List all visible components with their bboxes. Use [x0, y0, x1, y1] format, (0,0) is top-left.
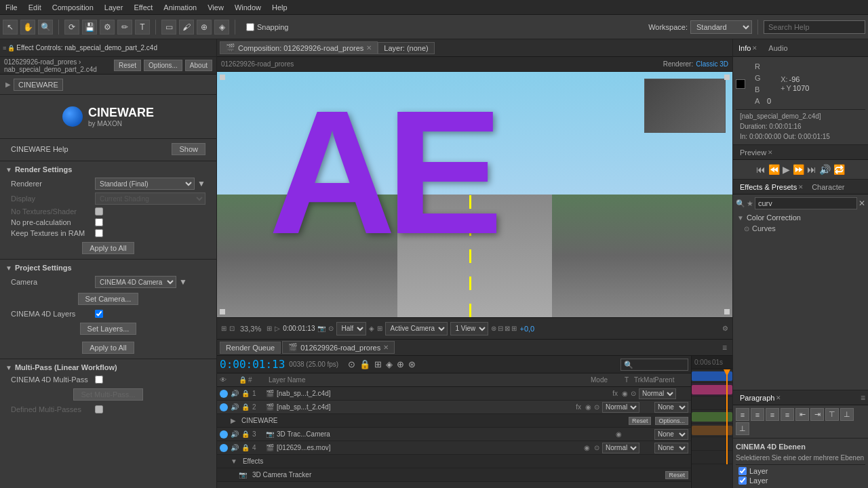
workspace-select[interactable]: Standard — [690, 20, 752, 34]
viewer-grid-icon[interactable]: ⊞ — [221, 325, 226, 332]
c4d-layers-check[interactable] — [95, 310, 103, 318]
rotation-tool[interactable]: ⟳ — [64, 20, 79, 35]
preview-loop-btn[interactable]: 🔁 — [833, 164, 845, 175]
viewer-camera-icon[interactable]: 📷 — [317, 325, 326, 332]
clone-tool[interactable]: ⊕ — [197, 20, 212, 35]
color-correction-triangle[interactable]: ▼ — [737, 214, 744, 222]
indent-left-btn[interactable]: ⇤ — [795, 408, 809, 421]
timeline-menu-icon[interactable]: ≡ — [719, 343, 730, 352]
layer-2-eye[interactable] — [220, 403, 228, 411]
text-tool[interactable]: T — [135, 20, 150, 35]
layer-2-switch2-icon[interactable]: ⊙ — [594, 403, 599, 411]
viewer-render-icon[interactable]: ▷ — [275, 325, 280, 332]
render-btn[interactable]: ⚙ — [100, 20, 115, 35]
effects-search-input[interactable] — [755, 197, 857, 209]
timeline-solo-icon[interactable]: ⊙ — [347, 359, 357, 369]
comp-tab-close[interactable]: ✕ — [366, 44, 372, 52]
effects-clear-btn[interactable]: ✕ — [859, 199, 865, 208]
align-justify-btn[interactable]: ≡ — [781, 408, 794, 421]
timeline-3d-icon[interactable]: ⊛ — [407, 359, 417, 369]
audio-tab[interactable]: Audio — [763, 43, 793, 54]
align-right-btn[interactable]: ≡ — [766, 408, 779, 421]
render-queue-tab[interactable]: Render Queue — [220, 342, 281, 354]
info-tab-close[interactable]: ✕ — [752, 45, 757, 52]
indent-right-btn[interactable]: ⇥ — [810, 408, 824, 421]
brush-tool[interactable]: 🖌 — [179, 20, 194, 35]
curves-item[interactable]: ⊙ Curves — [733, 223, 868, 234]
render-settings-triangle[interactable]: ▼ — [5, 166, 12, 174]
snapping-checkbox[interactable] — [246, 23, 254, 31]
align-left-btn[interactable]: ≡ — [736, 408, 749, 421]
reset-btn[interactable]: Reset — [114, 60, 141, 71]
preview-tab[interactable]: Preview ✕ — [736, 147, 777, 158]
menu-view[interactable]: View — [202, 2, 229, 13]
viewer-mode-icon[interactable]: ◈ — [369, 325, 374, 332]
viewer-region-icon[interactable]: ⊠ — [505, 325, 510, 332]
layer-1-lock-icon[interactable]: 🔒 — [241, 390, 250, 397]
menu-composition[interactable]: Composition — [47, 2, 99, 13]
project-settings-triangle[interactable]: ▼ — [5, 264, 12, 272]
viewer-layout-icon[interactable]: ⊟ — [498, 325, 503, 332]
layer-3-switch1-icon[interactable]: ◉ — [616, 430, 622, 438]
align-vert-bot-btn[interactable]: ⊥ — [736, 422, 749, 435]
hand-tool[interactable]: ✋ — [20, 20, 35, 35]
corner-handle-bl[interactable] — [220, 309, 225, 314]
layer-4-switch1-icon[interactable]: ◉ — [584, 444, 590, 451]
layer-4-mode-select[interactable]: Normal — [602, 443, 639, 453]
multipass-triangle[interactable]: ▼ — [5, 364, 12, 371]
set-layers-btn[interactable]: Set Layers... — [80, 323, 137, 335]
effects-star-icon[interactable]: ★ — [747, 199, 753, 208]
menu-layer[interactable]: Layer — [99, 2, 129, 13]
viewer-snap-icon[interactable]: ⊙ — [328, 325, 334, 332]
magnification-display[interactable]: 33,3% — [237, 323, 264, 334]
cineware-expand-icon[interactable]: ▶ — [231, 417, 236, 424]
align-vert-mid-btn[interactable]: ⊥ — [840, 408, 854, 421]
keep-textures-check[interactable] — [95, 229, 103, 237]
layer-1-switch1-icon[interactable]: ◉ — [622, 390, 628, 397]
preview-last-btn[interactable]: ⏭ — [807, 164, 816, 175]
timeline-switch-icon[interactable]: ⊞ — [373, 359, 383, 369]
preview-prev-btn[interactable]: ⏪ — [768, 164, 780, 175]
viewer-fit-icon[interactable]: ⊞ — [267, 325, 272, 332]
timeline-motion-icon[interactable]: ⊕ — [395, 359, 406, 369]
viewer-view-select[interactable]: 1 View — [450, 322, 488, 336]
timeline-search-input[interactable] — [620, 359, 688, 371]
options-btn[interactable]: Options... — [144, 60, 182, 71]
playhead[interactable] — [726, 369, 728, 464]
effect-controls-tab[interactable]: Effect Controls: nab_special_demo_part_2… — [16, 44, 157, 52]
layer-4-switch2-icon[interactable]: ⊙ — [594, 444, 599, 451]
composition-timeline-tab[interactable]: 🎬 012629926-road_prores ✕ — [282, 341, 395, 354]
set-multipass-btn[interactable]: Set Multi-Pass... — [73, 388, 142, 401]
panel-menu-icon[interactable]: ≡ — [3, 45, 6, 52]
paragraph-tab-close[interactable]: ✕ — [776, 394, 781, 401]
cineware-options-btn[interactable]: Options... — [655, 417, 688, 425]
layer-1-mode-select[interactable]: Normal — [639, 388, 676, 399]
preview-audio-btn[interactable]: 🔊 — [819, 164, 831, 175]
paragraph-menu-icon[interactable]: ≡ — [861, 393, 865, 403]
about-btn[interactable]: About — [185, 60, 212, 71]
no-precalc-check[interactable] — [95, 218, 103, 226]
character-tab[interactable]: Character — [808, 182, 848, 192]
corner-handle-tr[interactable] — [724, 75, 730, 80]
layer-1-eye[interactable] — [220, 390, 228, 398]
menu-effect[interactable]: Effect — [128, 2, 158, 13]
selection-tool[interactable]: ↖ — [3, 20, 18, 35]
viewer-quality-select[interactable]: Half — [336, 322, 366, 336]
timeline-mode-icon[interactable]: ◈ — [384, 359, 394, 369]
zoom-tool[interactable]: 🔍 — [38, 20, 53, 35]
no-textures-check[interactable] — [95, 207, 103, 216]
render-settings-section[interactable]: ▼ Render Settings — [0, 163, 216, 176]
layer-2-fx-icon[interactable]: fx — [576, 403, 581, 411]
menu-window[interactable]: Window — [229, 2, 267, 13]
color-correction-section[interactable]: ▼ Color Correction — [733, 212, 868, 223]
ebenen-layer-2-check[interactable] — [738, 476, 747, 485]
shape-tool[interactable]: ▭ — [161, 20, 176, 35]
layer-3-eye[interactable] — [220, 430, 228, 439]
renderer-select[interactable]: Standard (Final) — [95, 178, 195, 190]
preview-play-btn[interactable]: ▶ — [783, 164, 790, 175]
preview-tab-close[interactable]: ✕ — [768, 149, 773, 156]
comp-timeline-close[interactable]: ✕ — [383, 344, 389, 351]
layer-3-parent-select[interactable]: None — [654, 429, 688, 440]
layer-1-fx-icon[interactable]: fx — [612, 390, 618, 397]
viewer-expand-icon[interactable]: ⊞ — [511, 325, 517, 332]
